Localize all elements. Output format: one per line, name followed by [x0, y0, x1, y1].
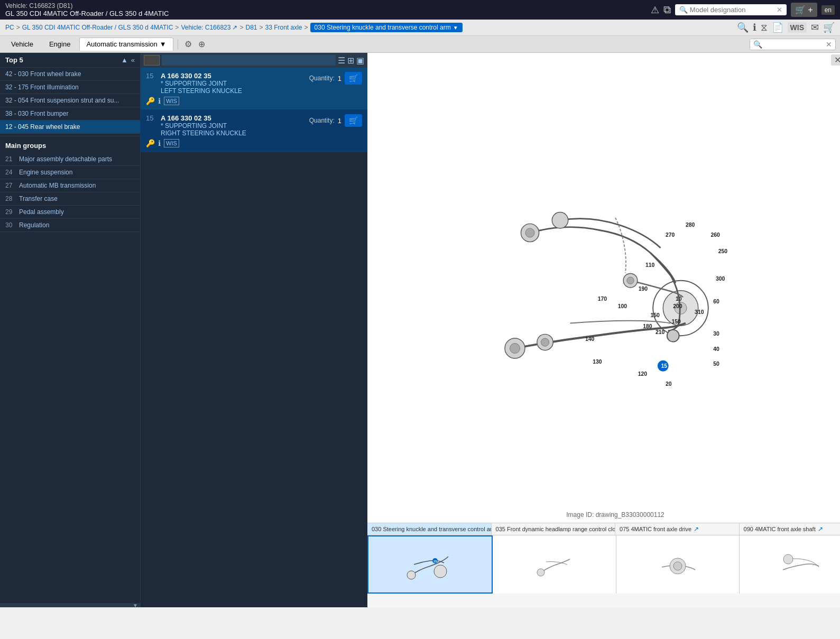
part-title-bar [162, 55, 336, 66]
part-1-qty-label: Quantity: [309, 75, 335, 82]
thumb-label-4[interactable]: 090 4MATIC front axle shaft ↗ [740, 523, 840, 535]
vehicle-id: Vehicle: C166823 (D81) [5, 2, 169, 10]
breadcrumb-current[interactable]: 030 Steering knuckle and transverse cont… [310, 23, 463, 32]
tab-vehicle[interactable]: Vehicle [4, 38, 40, 51]
top5-item-1[interactable]: 42 - 030 Front wheel brake [0, 68, 140, 81]
doc-icon[interactable]: 📄 [772, 22, 783, 33]
label-190: 190 [639, 285, 648, 291]
top5-collapse-icon[interactable]: ▲ [121, 56, 128, 64]
breadcrumb-pc[interactable]: PC [5, 24, 14, 31]
sidebar-item-28[interactable]: 28 Transfer case [0, 192, 140, 206]
thumb-img-1[interactable]: 15 [367, 535, 493, 594]
part-2-key-icon[interactable]: 🔑 [146, 139, 155, 147]
thumb-img-2[interactable] [493, 535, 616, 594]
label-280: 280 [686, 222, 695, 228]
thumb-img-4[interactable] [740, 535, 840, 594]
thumb-svg-2 [530, 546, 578, 583]
part-2-info-icon[interactable]: ℹ [158, 139, 161, 147]
image-canvas[interactable]: 280 260 270 250 110 300 10 190 6 [367, 53, 840, 523]
cart-icon[interactable]: 🛒 [823, 22, 835, 33]
breadcrumb-33-front-axle[interactable]: 33 Front axle [265, 24, 302, 31]
warning-icon[interactable]: ⚠ [651, 4, 659, 16]
breadcrumb-d81[interactable]: D81 [245, 24, 257, 31]
toolbar-search: 🔍 ✕ [750, 39, 836, 50]
search-clear-icon[interactable]: ✕ [777, 6, 782, 14]
label-10: 10 [676, 295, 682, 301]
search-input[interactable] [690, 6, 774, 14]
header-actions: ⚠ ⧉ 🔍 ✕ 🛒 + en [651, 3, 835, 17]
top5-close-icon[interactable]: « [131, 56, 135, 64]
label-110: 110 [645, 262, 655, 268]
sidebar-item-29[interactable]: 29 Pedal assembly [0, 206, 140, 219]
breadcrumb-vehicle: Vehicle: C166823 ↗ [181, 24, 237, 31]
thumb-label-3[interactable]: 075 4MATIC front axle drive ↗ [615, 523, 740, 535]
tab-dropdown-icon: ▼ [160, 40, 167, 48]
cart-add-button[interactable]: 🛒 + [791, 3, 817, 17]
part-1-article: A 166 330 02 35 [161, 72, 305, 80]
list-view-icon[interactable]: ☰ [338, 55, 345, 66]
copy-icon[interactable]: ⧉ [663, 4, 671, 16]
info-icon[interactable]: ℹ [753, 22, 756, 33]
thumb-images: 15 [367, 535, 840, 594]
wis-icon[interactable]: WIS [788, 22, 807, 33]
header-info: Vehicle: C166823 (D81) GL 350 CDI 4MATIC… [5, 2, 169, 17]
thumb-svg-1: 15 [406, 546, 454, 583]
language-badge[interactable]: en [821, 5, 835, 15]
label-30: 30 [713, 331, 719, 337]
part-item-2: 15 A 166 330 02 35 * SUPPORTING JOINT RI… [141, 110, 367, 152]
toolbar-search-icon: 🔍 [753, 40, 762, 49]
svg-point-5 [552, 212, 568, 228]
part-2-cart-button[interactable]: 🛒 [345, 114, 362, 127]
thumb-img-3[interactable] [616, 535, 740, 594]
breadcrumb-vehicle-id[interactable]: Vehicle: C166823 [181, 24, 230, 31]
top5-item-3[interactable]: 32 - 054 Front suspension strut and su..… [0, 94, 140, 107]
toolbar-search-input[interactable] [762, 41, 826, 48]
breadcrumb-current-label: 030 Steering knuckle and transverse cont… [315, 24, 451, 31]
svg-point-4 [525, 228, 534, 237]
zoom-in-icon[interactable]: 🔍 [737, 22, 749, 33]
panel-view-icon[interactable]: ▣ [356, 55, 364, 66]
top5-item-2[interactable]: 32 - 175 Front illumination [0, 81, 140, 94]
filter-icon[interactable]: ⧖ [761, 22, 768, 33]
main-groups-title: Main groups [0, 138, 140, 153]
svg-point-14 [434, 565, 447, 578]
image-close-btn[interactable]: ✕ [831, 55, 840, 65]
thumb-label-2[interactable]: 035 Front dynamic headlamp range control… [492, 523, 616, 535]
sidebar-item-21[interactable]: 21 Major assembly detachable parts [0, 153, 140, 166]
part-1-qty: Quantity: 1 🛒 [309, 72, 362, 85]
sidebar-item-24[interactable]: 24 Engine suspension [0, 166, 140, 179]
sidebar-item-27[interactable]: 27 Automatic MB transmission [0, 179, 140, 192]
svg-point-19 [673, 562, 682, 570]
part-1-wis-icon[interactable]: WIS [164, 97, 179, 105]
tab-engine[interactable]: Engine [42, 38, 77, 51]
thumb-label-1[interactable]: 030 Steering knuckle and transverse cont… [367, 523, 492, 535]
breadcrumb-dropdown-icon: ▼ [453, 25, 458, 31]
breadcrumb-vehicle-line[interactable]: GL 350 CDI 4MATIC Off-Roader / GLS 350 d… [22, 24, 173, 31]
thumb-labels: 030 Steering knuckle and transverse cont… [367, 523, 840, 535]
svg-point-20 [783, 554, 793, 564]
label-20: 20 [666, 381, 672, 387]
config-icon[interactable]: ⊕ [196, 38, 207, 50]
label-310: 310 [695, 309, 704, 315]
part-1-key-icon[interactable]: 🔑 [146, 97, 155, 105]
svg-text:15: 15 [433, 560, 437, 563]
tab-label: Automatic transmission [86, 40, 157, 48]
toolbar-search-close[interactable]: ✕ [826, 40, 832, 49]
part-2-wis-icon[interactable]: WIS [164, 139, 179, 147]
grid-view-icon[interactable]: ⊞ [347, 55, 354, 66]
top5-item-4[interactable]: 38 - 030 Front bumper [0, 107, 140, 121]
label-150b: 150 [671, 318, 681, 324]
top5-item-5[interactable]: 12 - 045 Rear wheel brake [0, 121, 140, 134]
part-1-name2: LEFT STEERING KNUCKLE [161, 87, 305, 95]
part-2-qty-label: Quantity: [309, 117, 335, 124]
sidebar-scroll[interactable]: 21 Major assembly detachable parts 24 En… [0, 153, 140, 603]
sidebar-scroll-down[interactable]: ▼ [133, 603, 138, 608]
part-1-cart-button[interactable]: 🛒 [345, 72, 362, 85]
settings-icon[interactable]: ⚙ [182, 38, 194, 50]
part-list-thumb [144, 55, 160, 66]
sidebar-item-30[interactable]: 30 Regulation [0, 219, 140, 232]
mail-icon[interactable]: ✉ [811, 22, 819, 33]
tab-automatic-transmission[interactable]: Automatic transmission ▼ [79, 38, 173, 51]
part-1-info-icon[interactable]: ℹ [158, 97, 161, 105]
parts-list: ☰ ⊞ ▣ 15 A 166 330 02 35 * SUPPORTING JO… [140, 53, 367, 607]
